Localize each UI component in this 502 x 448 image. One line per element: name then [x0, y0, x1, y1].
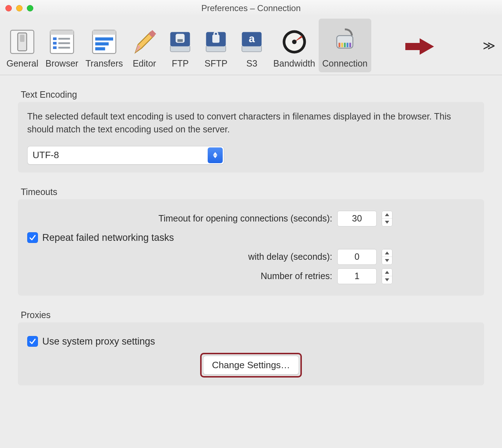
svg-rect-13: [95, 38, 113, 41]
stepper-up-icon[interactable]: [382, 211, 392, 219]
window-title: Preferences – Connection: [0, 3, 502, 13]
svg-rect-15: [95, 47, 105, 50]
svg-rect-12: [92, 30, 116, 35]
tab-s3[interactable]: a S3: [234, 19, 270, 72]
tab-label: Connection: [322, 58, 367, 69]
preferences-toolbar: General Browser Transfers Editor FTP SFT…: [0, 16, 502, 75]
svg-rect-36: [341, 43, 343, 48]
svg-point-33: [292, 40, 296, 44]
svg-rect-39: [349, 43, 351, 48]
tab-label: SFTP: [204, 58, 227, 69]
zoom-window-button[interactable]: [27, 5, 33, 11]
tab-label: Transfers: [86, 58, 123, 69]
svg-rect-37: [344, 43, 346, 48]
text-encoding-description: The selected default text encoding is us…: [27, 110, 475, 136]
window-controls: [5, 5, 33, 11]
svg-rect-38: [347, 43, 348, 48]
delay-stepper[interactable]: [382, 249, 392, 265]
general-icon: [8, 28, 37, 56]
bandwidth-icon: [280, 28, 309, 56]
svg-rect-27: [242, 45, 262, 52]
group-proxies: Use system proxy settings Change Setting…: [18, 322, 484, 385]
editor-icon: [130, 28, 159, 56]
svg-rect-19: [170, 45, 190, 52]
tab-label: General: [6, 58, 38, 69]
open-timeout-stepper[interactable]: [382, 211, 392, 227]
tab-label: FTP: [172, 58, 189, 69]
tab-browser[interactable]: Browser: [42, 19, 82, 72]
repeat-tasks-label: Repeat failed networking tasks: [42, 232, 174, 243]
stepper-down-icon[interactable]: [382, 219, 392, 226]
svg-marker-47: [385, 271, 389, 274]
stepper-down-icon[interactable]: [382, 257, 392, 264]
svg-rect-9: [53, 47, 57, 49]
stepper-up-icon[interactable]: [382, 269, 392, 277]
tab-ftp[interactable]: FTP: [162, 19, 198, 72]
tab-bandwidth[interactable]: Bandwidth: [270, 19, 319, 72]
s3-icon: a: [237, 28, 266, 56]
tab-label: S3: [246, 58, 257, 69]
svg-rect-10: [58, 47, 70, 49]
retries-label: Number of retries:: [261, 271, 332, 281]
svg-rect-14: [95, 42, 109, 45]
retries-input[interactable]: 1: [337, 268, 377, 284]
annotation-arrow: [405, 38, 434, 55]
tab-editor[interactable]: Editor: [126, 19, 162, 72]
svg-rect-22: [178, 39, 183, 42]
browser-icon: [48, 28, 76, 56]
delay-label: with delay (seconds):: [248, 252, 332, 262]
stepper-up-icon[interactable]: [382, 249, 392, 257]
svg-marker-45: [385, 252, 389, 254]
open-timeout-label: Timeout for opening connections (seconds…: [159, 213, 332, 224]
tab-transfers[interactable]: Transfers: [82, 19, 127, 72]
row-repeat-tasks: Repeat failed networking tasks: [27, 232, 475, 243]
sftp-icon: [202, 28, 230, 56]
svg-rect-6: [58, 38, 70, 40]
text-encoding-value: UTF-8: [33, 150, 59, 161]
svg-marker-42: [213, 155, 217, 158]
row-delay: with delay (seconds): 0: [27, 249, 475, 265]
connection-icon: [330, 28, 359, 56]
chevron-up-down-icon: [208, 147, 223, 163]
tab-connection[interactable]: Connection: [319, 19, 371, 72]
svg-marker-43: [385, 213, 389, 216]
minimize-window-button[interactable]: [16, 5, 23, 11]
svg-rect-2: [20, 35, 25, 42]
section-label-text-encoding: Text Encoding: [21, 89, 484, 100]
svg-rect-4: [50, 30, 73, 35]
delay-input[interactable]: 0: [337, 249, 377, 265]
svg-rect-35: [339, 43, 341, 48]
section-label-proxies: Proxies: [21, 310, 484, 320]
svg-rect-5: [53, 38, 57, 40]
toolbar-overflow-icon[interactable]: ≫: [483, 38, 496, 53]
svg-marker-40: [405, 38, 434, 55]
titlebar: Preferences – Connection: [0, 0, 502, 16]
svg-text:a: a: [249, 33, 255, 44]
tab-label: Editor: [133, 58, 156, 69]
repeat-tasks-checkbox[interactable]: [27, 232, 38, 243]
row-open-timeout: Timeout for opening connections (seconds…: [27, 211, 475, 227]
tab-sftp[interactable]: SFTP: [198, 19, 234, 72]
svg-rect-8: [58, 42, 70, 44]
tab-general[interactable]: General: [3, 19, 42, 72]
row-retries: Number of retries: 1: [27, 268, 475, 284]
svg-marker-41: [213, 152, 217, 155]
tab-label: Browser: [45, 58, 78, 69]
svg-rect-7: [53, 42, 57, 45]
stepper-down-icon[interactable]: [382, 276, 392, 284]
transfers-icon: [90, 28, 119, 56]
retries-stepper[interactable]: [382, 268, 392, 284]
text-encoding-select[interactable]: UTF-8: [27, 146, 224, 165]
close-window-button[interactable]: [5, 5, 12, 11]
change-settings-button[interactable]: Change Settings…: [203, 356, 299, 375]
open-timeout-input[interactable]: 30: [337, 211, 377, 227]
svg-marker-44: [385, 221, 389, 224]
use-system-proxy-label: Use system proxy settings: [42, 336, 155, 347]
svg-marker-48: [385, 278, 389, 281]
svg-rect-23: [206, 45, 226, 52]
use-system-proxy-checkbox[interactable]: [27, 336, 38, 347]
annotation-highlight: Change Settings…: [27, 353, 475, 378]
ftp-icon: [166, 28, 194, 56]
group-text-encoding: The selected default text encoding is us…: [18, 102, 484, 172]
preferences-content: Text Encoding The selected default text …: [0, 75, 502, 414]
